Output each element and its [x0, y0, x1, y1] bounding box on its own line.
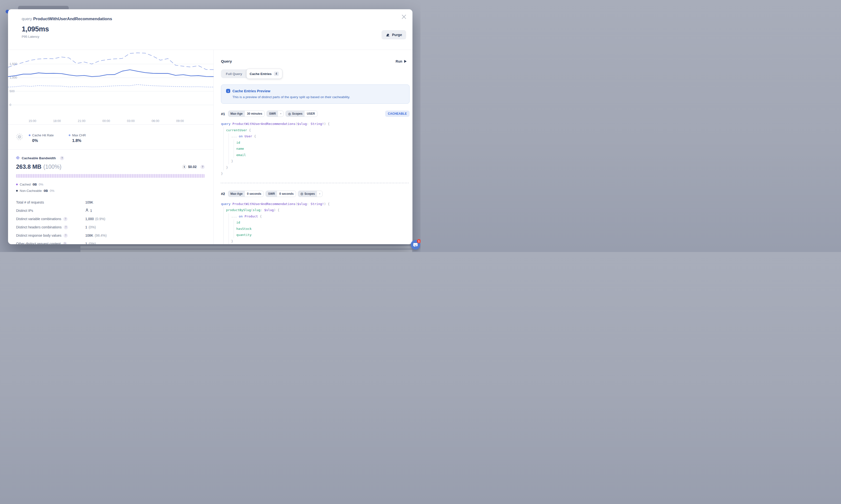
stat-label-text: Distinct headers combinations	[16, 225, 62, 229]
badge-scopes: ◎ScopesUSER	[285, 110, 317, 117]
code-token: :	[307, 122, 311, 126]
code-token: ...	[231, 215, 239, 218]
breakdown-dot-icon	[16, 184, 18, 185]
code-token: (	[295, 122, 297, 126]
code-line: id	[221, 219, 409, 226]
code-token: {	[252, 134, 256, 138]
code-token: Product	[245, 215, 258, 218]
person-icon	[85, 209, 89, 213]
breakdown-percent: 0%	[39, 183, 43, 186]
help-icon[interactable]: ?	[63, 242, 67, 245]
code-token: id	[236, 221, 240, 224]
stat-label: Distinct variable combinations?	[16, 217, 85, 221]
code-token: {	[247, 128, 251, 132]
badge-value: -	[278, 111, 283, 116]
code-line: quantity	[221, 232, 409, 238]
badge-label: ◎Scopes	[298, 191, 317, 197]
code-token: }	[231, 239, 233, 243]
stat-value: 1(0%)	[85, 242, 205, 244]
code-token: productBySlug	[226, 208, 251, 212]
eraser-icon	[386, 32, 390, 37]
legend-value: 0%	[32, 138, 54, 143]
code-token: (	[295, 202, 297, 206]
badge-label: SWR	[267, 111, 278, 116]
striped-circle-icon	[16, 156, 20, 160]
legend-label-row: Max CHR	[69, 133, 86, 137]
latency-chart: 05001,0001,50015:0018:0021:0000:0003:000…	[8, 50, 213, 125]
help-icon[interactable]: ?	[63, 217, 68, 221]
code-line: productBySlug(slug: $slug) {	[221, 207, 409, 213]
help-icon[interactable]: ?	[64, 225, 68, 229]
legend-label-row: Cache Hit Rate	[29, 133, 54, 137]
x-axis-tick: 00:00	[102, 119, 110, 123]
x-axis-tick: 18:00	[53, 119, 61, 123]
badge-value: -	[317, 191, 322, 197]
code-token: ...	[231, 134, 239, 138]
breakdown-value: 0B	[33, 183, 37, 186]
help-icon[interactable]: ?	[60, 156, 64, 160]
code-line: query ProductWithUserAndRecommendations(…	[221, 121, 409, 127]
stat-label: Other distinct request content?	[16, 242, 85, 245]
close-icon[interactable]	[401, 14, 407, 20]
badge-value: 0 seconds	[245, 191, 264, 197]
tab-cache-entries[interactable]: Cache Entries4	[247, 69, 282, 79]
code-line: email	[221, 152, 409, 158]
bandwidth-share: (100%)	[43, 164, 62, 170]
chat-bubble-icon	[413, 242, 418, 247]
code-token: quantity	[236, 233, 252, 237]
legend-item: Max CHR1.8%	[69, 133, 86, 143]
stat-label-text: Distinct response body values	[16, 234, 62, 237]
indent-guide	[223, 140, 224, 146]
code-token: String!	[311, 122, 324, 126]
indent-guide	[223, 238, 224, 245]
query-tabs: Full QueryCache Entries4	[221, 69, 282, 78]
code-line: name	[221, 146, 409, 152]
code-token	[230, 202, 232, 206]
background-page-row	[81, 250, 412, 252]
p95-latency-value: 1,095ms	[22, 25, 406, 33]
stat-value-number: 109K	[85, 200, 93, 204]
analytics-column: 05001,0001,50015:0018:0021:0000:0003:000…	[8, 50, 214, 244]
stat-value: 1	[85, 209, 205, 213]
x-axis-tick: 03:00	[127, 119, 135, 123]
code-token: ProductWithUserAndRecommendations	[232, 122, 295, 126]
stat-row: Distinct IPs1	[16, 206, 205, 215]
code-token: ) {	[324, 202, 330, 206]
run-query-button[interactable]: Run	[396, 59, 407, 63]
info-title: Cache Entries Preview	[232, 89, 270, 93]
stat-value: 1(0%)	[85, 225, 205, 229]
badge-label-text: SWR	[269, 112, 276, 115]
code-line: ... on Product {	[221, 213, 409, 220]
help-icon[interactable]: ?	[64, 234, 68, 238]
tab-full-query[interactable]: Full Query	[223, 72, 246, 76]
badge-label: ◎Scopes	[286, 111, 304, 116]
stat-label: Total # of requests	[16, 200, 85, 204]
code-line: }	[221, 170, 409, 177]
badge-swr: SWR0 seconds	[266, 191, 296, 197]
scope-icon: ◎	[288, 112, 291, 115]
stat-value-number: 1	[90, 209, 92, 213]
code-line: }	[221, 164, 409, 171]
code-token: $slug	[297, 202, 307, 206]
query-panel: Query Run Full QueryCache Entries4 i Cac…	[214, 50, 413, 244]
indent-guide	[223, 127, 224, 133]
indent-guide	[223, 219, 224, 226]
graphql-code-block: query ProductWithUserAndRecommendations(…	[221, 121, 409, 177]
query-name: ProductWithUserAndRecommendations	[33, 17, 112, 21]
bandwidth-title: Cacheable Bandwidth	[22, 156, 56, 160]
code-token: User	[245, 134, 252, 138]
purge-button[interactable]: Purge	[382, 30, 406, 39]
graphql-code-block: query ProductWithUserAndRecommendations(…	[221, 201, 409, 245]
bandwidth-breakdown-row: Non-Cacheable0B0%	[16, 189, 205, 193]
code-token: String!	[311, 202, 324, 206]
stat-label-text: Other distinct request content	[16, 242, 61, 244]
intercom-chat-button[interactable]: 1	[411, 240, 420, 250]
modal-header: query ProductWithUserAndRecommendations …	[8, 9, 413, 50]
help-icon[interactable]: ?	[200, 165, 205, 169]
bandwidth-total: 263.8 MB	[16, 163, 41, 170]
stat-value: 108K(98.4%)	[85, 234, 205, 237]
indent-guide	[223, 158, 224, 164]
x-axis-tick: 21:00	[78, 119, 85, 123]
badge-label: SWR	[266, 191, 277, 197]
breakdown-label: Cached	[20, 183, 31, 186]
